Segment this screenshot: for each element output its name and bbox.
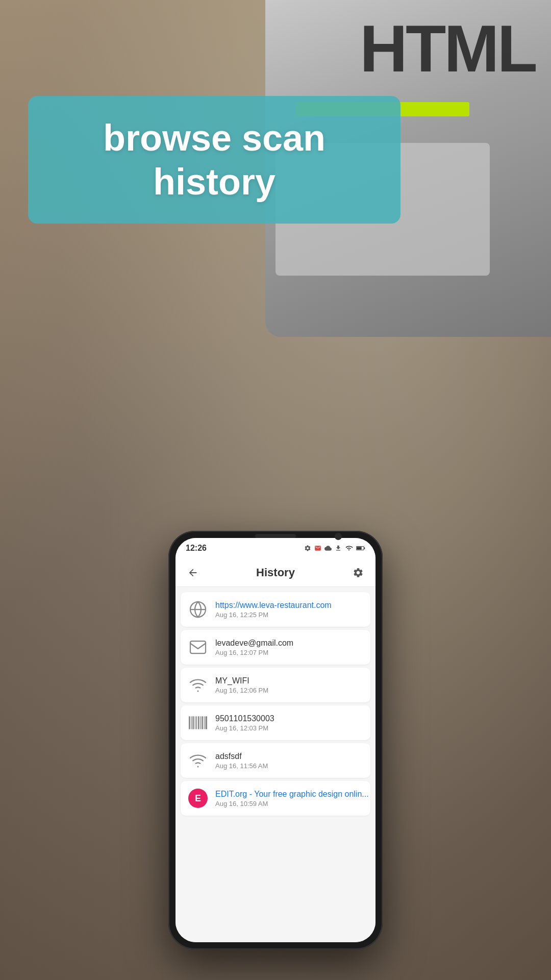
html-text: HTML: [360, 10, 536, 87]
settings-icon: [353, 567, 364, 578]
svg-rect-7: [191, 716, 192, 729]
item-date-3: Aug 16, 12:06 PM: [215, 687, 363, 694]
phone-screen: 12:26: [176, 538, 375, 942]
phone-wrapper: 12:26: [168, 531, 383, 949]
item-title-4: 9501101530003: [215, 714, 363, 723]
svg-rect-10: [196, 716, 197, 729]
cloud-status-icon: [324, 545, 332, 552]
svg-point-16: [197, 766, 199, 768]
settings-status-icon: [304, 545, 311, 552]
item-content-6: EDIT.org - Your free graphic design onli…: [215, 790, 369, 807]
banner-line2: history: [153, 161, 276, 202]
barcode-icon: [189, 716, 207, 730]
gmail-status-icon: [314, 545, 321, 552]
edit-avatar-container: E: [188, 788, 208, 808]
battery-status-icon: [356, 545, 365, 552]
history-list: https://www.leva-restaurant.com Aug 16, …: [176, 587, 375, 942]
item-date-6: Aug 16, 10:59 AM: [215, 800, 369, 807]
item-title-3: MY_WIFI: [215, 676, 363, 685]
svg-rect-6: [189, 716, 190, 729]
item-date-1: Aug 16, 12:25 PM: [215, 611, 363, 619]
item-title-5: adsfsdf: [215, 752, 363, 761]
globe-icon-container: [188, 599, 208, 620]
list-item[interactable]: levadeve@gmail.com Aug 16, 12:07 PM: [181, 630, 370, 665]
barcode-icon-container: [188, 713, 208, 733]
wifi-icon-container-5: [188, 750, 208, 771]
svg-rect-13: [202, 716, 203, 729]
svg-rect-1: [364, 548, 365, 549]
item-content-3: MY_WIFI Aug 16, 12:06 PM: [215, 676, 363, 694]
wifi-icon-5: [189, 751, 207, 770]
teal-banner-text: browse scan history: [103, 116, 325, 204]
phone-outer: 12:26: [168, 531, 383, 949]
list-item[interactable]: E EDIT.org - Your free graphic design on…: [181, 781, 370, 816]
status-time: 12:26: [186, 544, 207, 553]
svg-rect-2: [357, 547, 362, 550]
back-button[interactable]: [184, 564, 202, 582]
banner-line1: browse scan: [103, 117, 325, 158]
svg-rect-9: [195, 716, 195, 729]
svg-rect-4: [190, 641, 206, 653]
email-icon: [189, 638, 207, 656]
item-content-2: levadeve@gmail.com Aug 16, 12:07 PM: [215, 639, 363, 656]
item-title-1: https://www.leva-restaurant.com: [215, 601, 363, 610]
status-bar: 12:26: [176, 538, 375, 558]
item-content-1: https://www.leva-restaurant.com Aug 16, …: [215, 601, 363, 619]
back-icon: [187, 567, 198, 578]
wifi-icon-3: [189, 676, 207, 694]
item-date-2: Aug 16, 12:07 PM: [215, 649, 363, 656]
item-date-5: Aug 16, 11:56 AM: [215, 762, 363, 770]
phone-camera: [335, 533, 342, 540]
wifi-icon-container-3: [188, 675, 208, 695]
svg-rect-11: [198, 716, 199, 729]
email-icon-container: [188, 637, 208, 657]
svg-rect-15: [205, 716, 207, 729]
wifi-status-icon: [345, 545, 353, 552]
svg-rect-12: [201, 716, 201, 729]
item-content-5: adsfsdf Aug 16, 11:56 AM: [215, 752, 363, 770]
globe-icon: [189, 600, 207, 619]
list-item[interactable]: adsfsdf Aug 16, 11:56 AM: [181, 743, 370, 778]
list-item[interactable]: 9501101530003 Aug 16, 12:03 PM: [181, 705, 370, 740]
item-title-6: EDIT.org - Your free graphic design onli…: [215, 790, 369, 799]
edit-avatar-icon: E: [188, 789, 208, 808]
svg-rect-8: [192, 716, 194, 729]
item-title-2: levadeve@gmail.com: [215, 639, 363, 648]
list-item[interactable]: MY_WIFI Aug 16, 12:06 PM: [181, 668, 370, 702]
svg-rect-14: [204, 716, 205, 729]
settings-button[interactable]: [349, 564, 367, 582]
item-date-4: Aug 16, 12:03 PM: [215, 724, 363, 732]
teal-banner: browse scan history: [28, 96, 400, 224]
item-content-4: 9501101530003 Aug 16, 12:03 PM: [215, 714, 363, 732]
status-icons: [304, 545, 365, 552]
svg-point-5: [197, 691, 199, 692]
download-status-icon: [335, 545, 342, 552]
app-bar-title: History: [256, 566, 295, 579]
list-item[interactable]: https://www.leva-restaurant.com Aug 16, …: [181, 592, 370, 627]
app-bar: History: [176, 558, 375, 587]
phone-speaker: [255, 534, 296, 538]
